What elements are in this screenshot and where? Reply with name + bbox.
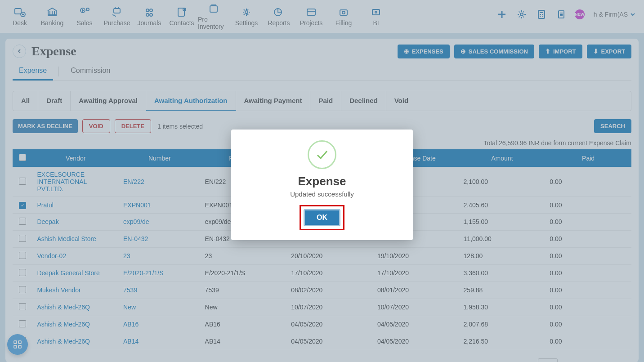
success-modal: Expense Updated successfully OK [231, 130, 413, 240]
ok-button[interactable]: OK [304, 209, 340, 226]
ok-button-highlight: OK [300, 205, 344, 230]
success-check-icon [308, 140, 336, 169]
modal-title: Expense [240, 174, 404, 188]
modal-overlay[interactable]: Expense Updated successfully OK [0, 0, 644, 362]
modal-message: Updated successfully [240, 190, 404, 198]
